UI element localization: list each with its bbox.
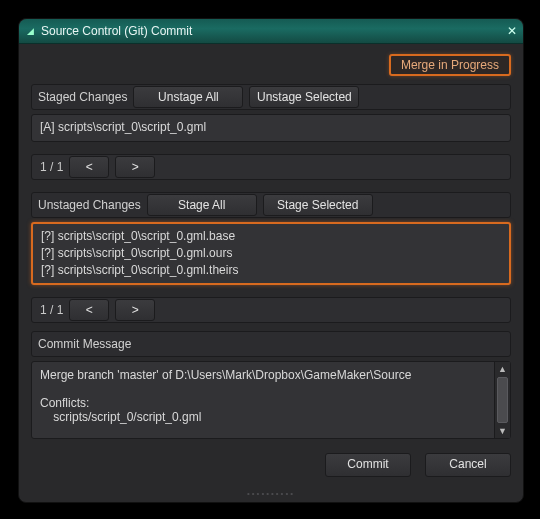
- unstaged-prev-button[interactable]: <: [69, 299, 109, 321]
- list-item[interactable]: [?] scripts\script_0\script_0.gml.theirs: [41, 262, 501, 279]
- titlebar[interactable]: ◢ Source Control (Git) Commit ✕: [19, 19, 523, 44]
- staged-label: Staged Changes: [38, 90, 127, 104]
- unstaged-label: Unstaged Changes: [38, 198, 141, 212]
- unstage-all-button[interactable]: Unstage All: [133, 86, 243, 108]
- commit-button[interactable]: Commit: [325, 453, 411, 477]
- stage-selected-button[interactable]: Stage Selected: [263, 194, 373, 216]
- commit-message-textarea[interactable]: Merge branch 'master' of D:\Users\Mark\D…: [32, 362, 494, 438]
- commit-message-label: Commit Message: [38, 337, 131, 351]
- expand-triangle-icon[interactable]: ◢: [19, 26, 41, 36]
- unstaged-header: Unstaged Changes Stage All Stage Selecte…: [31, 192, 511, 218]
- unstaged-page-count: 1 / 1: [38, 303, 63, 317]
- stage-all-button[interactable]: Stage All: [147, 194, 257, 216]
- unstaged-list[interactable]: [?] scripts\script_0\script_0.gml.base […: [31, 222, 511, 285]
- commit-message-header: Commit Message: [31, 331, 511, 357]
- unstaged-next-button[interactable]: >: [115, 299, 155, 321]
- window-title: Source Control (Git) Commit: [41, 24, 501, 38]
- commit-dialog: ◢ Source Control (Git) Commit ✕ Merge in…: [18, 18, 524, 503]
- commit-message-scrollbar[interactable]: ▲ ▼: [494, 362, 510, 438]
- close-button[interactable]: ✕: [501, 24, 523, 38]
- staged-page-count: 1 / 1: [38, 160, 63, 174]
- commit-message-box: Merge branch 'master' of D:\Users\Mark\D…: [31, 361, 511, 439]
- staged-next-button[interactable]: >: [115, 156, 155, 178]
- staged-header: Staged Changes Unstage All Unstage Selec…: [31, 84, 511, 110]
- list-item[interactable]: [A] scripts\script_0\script_0.gml: [40, 119, 502, 136]
- staged-list[interactable]: [A] scripts\script_0\script_0.gml: [31, 114, 511, 142]
- scroll-down-icon[interactable]: ▼: [495, 424, 510, 438]
- merge-in-progress-badge: Merge in Progress: [389, 54, 511, 76]
- staged-pager: 1 / 1 < >: [31, 154, 511, 180]
- staged-prev-button[interactable]: <: [69, 156, 109, 178]
- list-item[interactable]: [?] scripts\script_0\script_0.gml.base: [41, 228, 501, 245]
- unstaged-pager: 1 / 1 < >: [31, 297, 511, 323]
- dialog-body: Merge in Progress Staged Changes Unstage…: [19, 44, 523, 489]
- resize-grip-icon[interactable]: ••••••••••: [247, 489, 295, 498]
- scroll-up-icon[interactable]: ▲: [495, 362, 510, 376]
- unstage-selected-button[interactable]: Unstage Selected: [249, 86, 359, 108]
- list-item[interactable]: [?] scripts\script_0\script_0.gml.ours: [41, 245, 501, 262]
- scroll-thumb[interactable]: [497, 377, 508, 423]
- cancel-button[interactable]: Cancel: [425, 453, 511, 477]
